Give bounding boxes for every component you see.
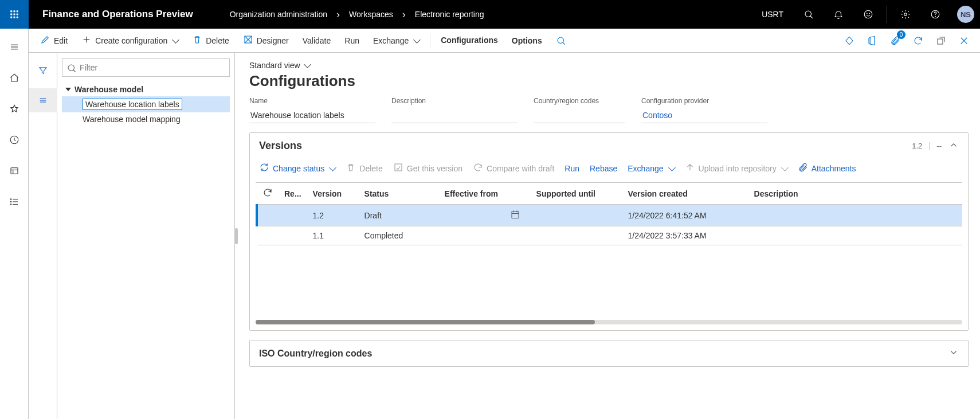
star-icon[interactable] <box>0 96 29 122</box>
versions-summary-dash: -- <box>936 142 942 150</box>
avatar[interactable]: NS <box>957 6 974 23</box>
attachments-icon[interactable]: 0 <box>885 30 905 51</box>
svg-rect-21 <box>11 168 18 174</box>
table-row[interactable]: 1.1Completed1/24/2022 3:57:33 AM <box>257 226 962 245</box>
breadcrumb-item[interactable]: Organization administration <box>230 10 327 19</box>
cell-description <box>748 226 962 245</box>
delete-button[interactable]: Delete <box>186 31 234 50</box>
refresh-icon[interactable] <box>908 30 928 51</box>
column-header[interactable]: Version <box>307 183 359 205</box>
filter-input[interactable] <box>62 58 230 77</box>
table-row[interactable]: 1.2Draft1/24/2022 6:41:52 AM <box>257 205 962 226</box>
field-label: Name <box>249 97 375 105</box>
tb-label: Upload into repository <box>699 164 777 173</box>
iso-title: ISO Country/region codes <box>259 348 942 359</box>
action-search-button[interactable] <box>550 32 572 49</box>
filter-icon[interactable] <box>29 58 57 83</box>
rebase-button[interactable]: Rebase <box>590 164 617 173</box>
svg-rect-5 <box>17 14 18 15</box>
tree-item[interactable]: Warehouse location labels <box>62 96 230 112</box>
cell-created: 1/24/2022 3:57:33 AM <box>622 226 748 245</box>
field-label: Description <box>391 97 518 105</box>
navpane <box>29 53 57 419</box>
breadcrumb-item[interactable]: Electronic reporting <box>415 10 484 19</box>
svg-point-27 <box>10 199 11 200</box>
designer-button[interactable]: Designer <box>237 31 295 50</box>
versions-card: Versions 1.2 -- Change status <box>249 132 969 331</box>
search-icon[interactable] <box>795 0 822 29</box>
view-switcher[interactable]: Standard view <box>249 61 310 70</box>
office-icon[interactable] <box>862 30 883 51</box>
history-icon[interactable] <box>0 127 29 152</box>
calendar-icon[interactable] <box>510 212 520 221</box>
description-field[interactable] <box>391 107 518 123</box>
collapse-icon[interactable] <box>948 140 959 152</box>
chevron-down-icon <box>171 36 178 45</box>
validate-button[interactable]: Validate <box>297 33 337 49</box>
svg-point-9 <box>805 11 812 17</box>
cell-effective[interactable] <box>439 226 531 245</box>
create-configuration-button[interactable]: Create configuration <box>76 31 184 50</box>
table-header-row: Re... Version Status Effective from Supp… <box>257 183 962 205</box>
column-header[interactable]: Supported until <box>531 183 622 205</box>
breadcrumb: Organization administration › Workspaces… <box>230 9 484 21</box>
expand-icon[interactable] <box>948 347 959 359</box>
chevron-right-icon: › <box>336 9 340 21</box>
column-header[interactable]: Re... <box>279 183 307 205</box>
popout-icon[interactable] <box>931 30 951 51</box>
company-selector[interactable]: USRT <box>752 0 793 29</box>
change-status-button[interactable]: Change status <box>259 162 335 174</box>
bell-icon[interactable] <box>825 0 852 29</box>
tree-item[interactable]: Warehouse model mapping <box>62 112 230 126</box>
app-title: Finance and Operations Preview <box>29 9 207 20</box>
version-exchange-button[interactable]: Exchange <box>628 164 674 173</box>
cell-description <box>748 205 962 226</box>
svg-rect-35 <box>938 39 943 44</box>
tab-options[interactable]: Options <box>506 33 548 49</box>
help-icon[interactable] <box>922 0 949 29</box>
svg-point-13 <box>869 13 870 14</box>
tab-configurations[interactable]: Configurations <box>435 32 504 49</box>
home-icon[interactable] <box>0 65 29 91</box>
upload-icon <box>685 162 695 174</box>
svg-line-34 <box>563 42 565 45</box>
horizontal-scrollbar[interactable] <box>256 320 962 324</box>
edit-button[interactable]: Edit <box>34 31 73 50</box>
gear-icon[interactable] <box>892 0 919 29</box>
cell-effective[interactable] <box>439 205 531 226</box>
svg-rect-3 <box>10 14 12 15</box>
hamburger-icon[interactable] <box>0 34 29 60</box>
lines-icon[interactable] <box>29 88 57 112</box>
refresh-column-icon[interactable] <box>257 183 279 205</box>
country-field[interactable] <box>534 107 625 123</box>
splitter-handle[interactable] <box>235 53 238 419</box>
waffle-icon[interactable] <box>0 0 29 29</box>
svg-rect-6 <box>10 17 12 18</box>
chevron-right-icon: › <box>402 9 406 21</box>
provider-link[interactable]: Contoso <box>641 107 767 123</box>
column-header[interactable]: Description <box>748 183 962 205</box>
edit-icon <box>393 162 403 174</box>
list-icon[interactable] <box>0 189 29 214</box>
column-header[interactable]: Status <box>359 183 439 205</box>
svg-point-11 <box>864 10 872 18</box>
tb-label: Delete <box>359 164 382 173</box>
version-run-button[interactable]: Run <box>565 164 579 173</box>
cell-version: 1.2 <box>307 205 359 226</box>
column-header[interactable]: Effective from <box>439 183 531 205</box>
exchange-button[interactable]: Exchange <box>367 33 425 49</box>
tree-item-root[interactable]: Warehouse model <box>62 83 230 96</box>
cell-status: Completed <box>359 226 439 245</box>
diamond-icon[interactable] <box>839 30 860 51</box>
smiley-icon[interactable] <box>854 0 882 29</box>
name-field[interactable]: Warehouse location labels <box>249 107 375 123</box>
breadcrumb-item[interactable]: Workspaces <box>349 10 393 19</box>
column-header[interactable]: Version created <box>622 183 748 205</box>
module-icon[interactable] <box>0 158 29 183</box>
upload-repo-button: Upload into repository <box>685 162 787 174</box>
close-icon[interactable] <box>954 30 974 51</box>
tab-label: Options <box>512 36 542 45</box>
run-button[interactable]: Run <box>339 33 365 49</box>
attachments-button[interactable]: Attachments <box>798 162 856 174</box>
attach-count-badge: 0 <box>897 30 905 39</box>
